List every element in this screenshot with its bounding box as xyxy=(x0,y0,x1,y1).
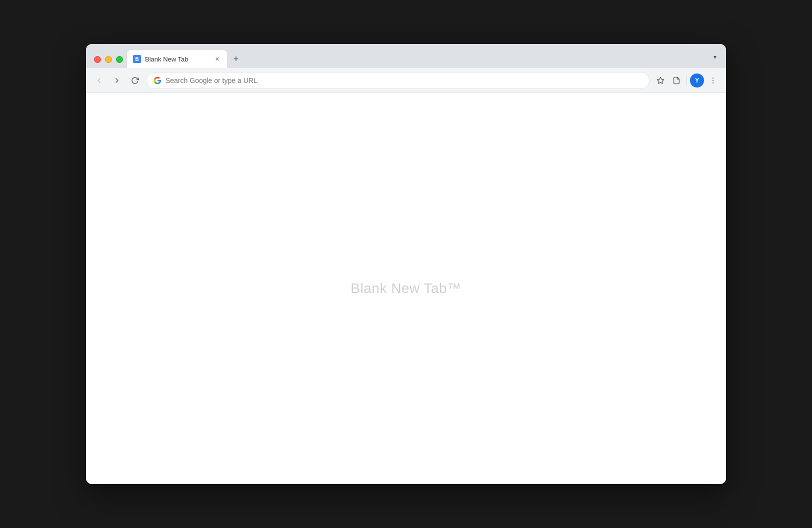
tabs-area: B Blank New Tab ✕ + xyxy=(127,44,708,68)
traffic-lights xyxy=(90,56,127,68)
reload-button[interactable] xyxy=(128,74,142,88)
title-bar: B Blank New Tab ✕ + ▾ xyxy=(86,44,726,68)
tab-favicon: B xyxy=(133,55,141,63)
favicon-letter: B xyxy=(135,56,138,62)
svg-point-1 xyxy=(712,78,714,78)
svg-marker-0 xyxy=(657,77,664,84)
tab-bar-right: ▾ xyxy=(708,50,722,68)
google-logo-icon xyxy=(154,76,162,84)
svg-point-2 xyxy=(712,80,714,81)
forward-button[interactable] xyxy=(110,74,124,88)
close-button[interactable] xyxy=(94,56,101,63)
bookmark-button[interactable] xyxy=(654,74,668,88)
profile-button[interactable]: Y xyxy=(690,74,704,88)
nav-bar: Y xyxy=(86,68,726,93)
nav-right-buttons: Y xyxy=(654,74,720,88)
nav-divider xyxy=(686,76,687,86)
minimize-button[interactable] xyxy=(105,56,112,63)
address-bar[interactable] xyxy=(146,72,650,89)
extensions-icon xyxy=(672,76,680,84)
address-input[interactable] xyxy=(166,76,642,84)
tab-title: Blank New Tab xyxy=(145,56,209,63)
browser-window: B Blank New Tab ✕ + ▾ xyxy=(86,44,726,484)
new-tab-button[interactable]: + xyxy=(229,52,243,66)
tab-dropdown-button[interactable]: ▾ xyxy=(708,50,722,64)
menu-button[interactable] xyxy=(706,74,720,88)
tab-favicon-image: B xyxy=(133,55,141,63)
bookmark-icon xyxy=(656,76,664,84)
maximize-button[interactable] xyxy=(116,56,123,63)
profile-initial: Y xyxy=(695,77,699,84)
content-area: Blank New Tab™ xyxy=(86,93,726,484)
back-button[interactable] xyxy=(92,74,106,88)
page-watermark: Blank New Tab™ xyxy=(350,280,461,296)
active-tab[interactable]: B Blank New Tab ✕ xyxy=(127,50,227,68)
svg-point-3 xyxy=(712,82,714,83)
tab-close-button[interactable]: ✕ xyxy=(213,55,221,63)
extensions-button[interactable] xyxy=(670,74,684,88)
menu-icon xyxy=(709,76,717,84)
